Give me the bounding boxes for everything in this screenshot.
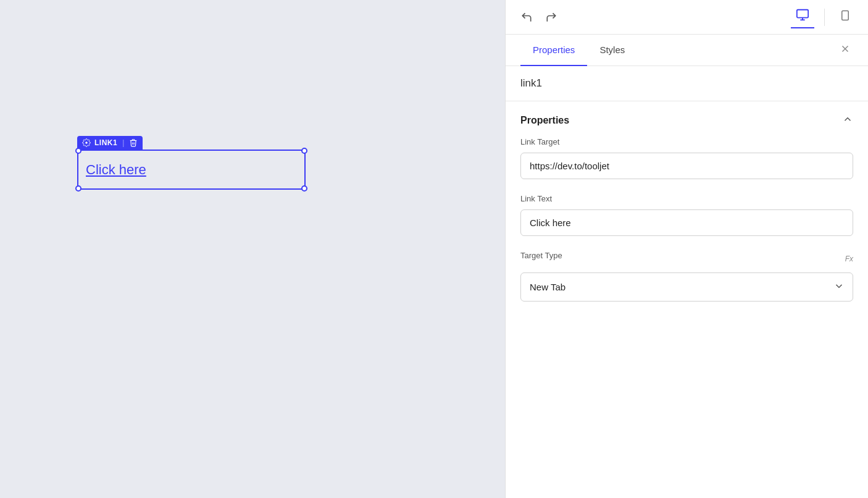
link-text-field-group: Link Text — [520, 194, 853, 236]
close-panel-button[interactable] — [837, 41, 853, 60]
chevron-up-icon — [842, 114, 853, 127]
tab-styles[interactable]: Styles — [587, 35, 637, 66]
link-target-label: Link Target — [520, 137, 853, 146]
delete-icon[interactable] — [129, 138, 138, 147]
toolbar-right — [791, 6, 856, 28]
target-type-label: Target Type — [520, 251, 562, 260]
desktop-view-button[interactable] — [791, 6, 814, 28]
tab-properties[interactable]: Properties — [520, 35, 587, 66]
link-text-label: Link Text — [520, 194, 853, 203]
target-type-row: Target Type Fx — [520, 251, 853, 266]
link-target-input[interactable] — [520, 153, 853, 179]
toolbar-divider: | — [122, 138, 124, 147]
panel-toolbar — [506, 0, 868, 35]
link-text-input[interactable] — [520, 209, 853, 236]
toolbar-divider-v — [824, 9, 825, 26]
undo-button[interactable] — [518, 9, 535, 26]
canvas-link-text[interactable]: Click here — [86, 162, 146, 178]
properties-section: Properties Link Target Link Text Tar — [506, 101, 868, 498]
component-body[interactable]: Click here — [77, 150, 306, 190]
gear-icon — [82, 138, 91, 147]
right-panel: Properties Styles link1 Properties — [505, 0, 868, 498]
mobile-view-button[interactable] — [835, 6, 856, 28]
component-toolbar: LINK1 | — [77, 136, 143, 150]
fx-badge[interactable]: Fx — [845, 255, 853, 263]
link-target-field-group: Link Target — [520, 137, 853, 179]
toolbar-left — [518, 9, 560, 26]
target-type-select-wrapper: New Tab Same Tab — [520, 272, 853, 302]
component-wrapper: LINK1 | Click here — [77, 136, 306, 190]
target-type-select[interactable]: New Tab Same Tab — [520, 272, 853, 302]
handle-tr — [301, 148, 307, 154]
canvas: LINK1 | Click here — [0, 0, 505, 498]
handle-bl — [75, 185, 81, 192]
svg-rect-0 — [797, 10, 808, 18]
target-type-field-group: Target Type Fx New Tab Same Tab — [520, 251, 853, 302]
component-name-label: LINK1 — [94, 138, 117, 147]
redo-button[interactable] — [543, 9, 560, 26]
handle-br — [301, 185, 307, 192]
panel-tabs: Properties Styles — [506, 35, 868, 66]
properties-section-title: Properties — [520, 115, 569, 126]
properties-section-header[interactable]: Properties — [506, 101, 868, 137]
component-name-bar: link1 — [506, 66, 868, 101]
handle-tl — [75, 148, 81, 154]
section-content: Link Target Link Text Target Type Fx New… — [506, 137, 868, 329]
